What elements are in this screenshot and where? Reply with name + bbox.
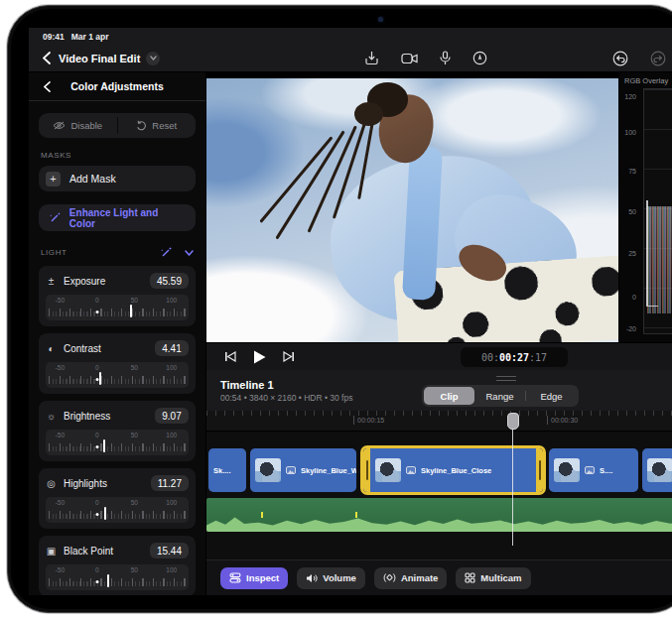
clip-thumbnail [554, 458, 580, 482]
timeline-footer: Inspect Volume Anima [206, 559, 672, 595]
black-point-slider: ▣ Black Point 15.44 -500 50100 [39, 536, 196, 595]
camera-icon[interactable] [401, 53, 418, 64]
add-mask-button[interactable]: + Add Mask [39, 166, 196, 191]
scope-chart [643, 88, 672, 334]
video-frame [206, 78, 618, 342]
timeline-clip[interactable]: Sk.... [208, 448, 246, 492]
photo-icon [286, 466, 296, 474]
mode-edge[interactable]: Edge [526, 387, 577, 405]
brightness-ruler[interactable]: -500 50100 [46, 430, 189, 455]
skip-back-button[interactable] [224, 351, 236, 362]
disable-button[interactable]: Disable [39, 113, 117, 138]
enhance-label: Enhance Light and Color [69, 207, 186, 229]
reset-label: Reset [152, 120, 177, 131]
skip-forward-button[interactable] [283, 351, 295, 362]
slider-handle[interactable] [104, 507, 106, 520]
multicam-button[interactable]: Multicam [456, 567, 530, 589]
slider-handle[interactable] [99, 372, 101, 385]
playhead-handle[interactable] [507, 413, 519, 430]
animate-button[interactable]: Animate [374, 567, 447, 589]
disable-label: Disable [70, 120, 102, 131]
timeline-header: Timeline 1 00:54 • 3840 × 2160 • HDR • 3… [206, 370, 672, 411]
timecode-display[interactable]: 00:00:27:17 [461, 347, 568, 367]
project-menu-button[interactable] [146, 52, 160, 65]
ipad-device-frame: 09:41 Mar 1 apr Video Final Edit [7, 5, 672, 613]
black-point-value[interactable]: 15.44 [150, 543, 189, 559]
magic-wand-icon [49, 211, 62, 224]
slider-handle[interactable] [107, 574, 109, 587]
photo-icon [585, 466, 595, 474]
play-button[interactable] [253, 350, 266, 364]
timeline-tracks-area[interactable]: 00:00:15 00:00:30 Sk.... Skyline_Blue_Wi… [206, 411, 672, 559]
contrast-ruler[interactable]: -500 50100 [46, 362, 189, 388]
collapse-chevron-icon[interactable] [185, 250, 194, 256]
app-toolbar: Video Final Edit [29, 45, 672, 72]
slider-handle[interactable] [103, 439, 105, 452]
back-button[interactable] [39, 51, 55, 66]
brightness-value[interactable]: 9.07 [155, 408, 189, 424]
timeline-clip[interactable] [642, 448, 672, 492]
annotate-icon[interactable] [472, 51, 487, 65]
light-section-label: LIGHT [41, 248, 160, 257]
scope-title: RGB Overlay [624, 76, 668, 85]
masks-section-label: MASKS [41, 151, 196, 160]
highlights-slider: ◎ Highlights 11.27 -500 50100 [39, 468, 196, 529]
photo-icon [406, 466, 416, 474]
front-camera [378, 17, 383, 22]
disable-reset-group: Disable Reset [39, 113, 196, 138]
exposure-value[interactable]: 45.59 [150, 273, 189, 289]
highlights-value[interactable]: 11.27 [151, 475, 189, 491]
timeline-ruler[interactable]: 00:00:15 00:00:30 [206, 411, 672, 432]
black-point-ruler[interactable]: -500 50100 [46, 564, 189, 590]
timeline-drag-handle[interactable] [496, 376, 516, 381]
rgb-overlay-scope: RGB Overlay 120 100 75 50 25 0 [618, 72, 672, 342]
mode-clip[interactable]: Clip [424, 387, 474, 405]
ruler-label: 00:00:15 [353, 416, 384, 425]
enhance-light-color-button[interactable]: Enhance Light and Color [39, 204, 196, 231]
slider-handle[interactable] [130, 305, 132, 317]
auto-enhance-icon[interactable] [160, 246, 173, 259]
audio-waveform [206, 516, 672, 532]
video-subject [206, 78, 618, 342]
edit-mode-segmented-control: Clip Range Edge [422, 385, 579, 407]
plus-icon: + [46, 172, 61, 186]
playhead[interactable] [512, 413, 513, 546]
speaker-icon [306, 573, 318, 583]
color-adjustments-panel: Color Adjustments Disable [29, 72, 206, 595]
panel-back-button[interactable] [39, 78, 55, 94]
highlights-icon: ◎ [46, 478, 57, 489]
timeline-clip-selected[interactable]: Skyline_Blue_Close [363, 448, 543, 492]
contrast-value[interactable]: 4.41 [155, 340, 189, 356]
timeline-clip[interactable]: S.... [549, 448, 638, 492]
exposure-ruler[interactable]: -500 50100 [46, 295, 189, 320]
inspect-button[interactable]: Inspect [220, 567, 288, 589]
highlights-ruler[interactable]: -500 50100 [46, 497, 189, 523]
video-track: Sk.... Skyline_Blue_Wide Skyline_Blue_Cl… [206, 448, 672, 492]
reset-icon [136, 120, 147, 131]
contrast-icon: ◐ [46, 343, 57, 354]
mode-range[interactable]: Range [474, 387, 525, 405]
inspect-icon [229, 572, 241, 583]
redo-icon[interactable] [650, 51, 666, 66]
volume-button[interactable]: Volume [297, 567, 365, 589]
ruler-label: 00:00:30 [547, 416, 578, 425]
audio-track[interactable] [206, 498, 672, 532]
clip-thumbnail [375, 458, 401, 482]
eye-off-icon [53, 121, 66, 130]
undo-icon[interactable] [612, 51, 628, 66]
trim-handle-right[interactable] [536, 448, 543, 492]
reset-button[interactable]: Reset [118, 113, 197, 138]
black-point-icon: ▣ [46, 546, 57, 557]
exposure-slider: ± Exposure 45.59 -500 50100 [39, 266, 196, 326]
project-title: Video Final Edit [59, 53, 140, 64]
keyframe-icon [383, 572, 396, 583]
import-icon[interactable] [364, 51, 379, 65]
microphone-icon[interactable] [440, 51, 451, 65]
video-preview[interactable] [206, 72, 618, 342]
timeline-clip[interactable]: Skyline_Blue_Wide [250, 448, 356, 492]
rgb-waveform [647, 206, 672, 313]
trim-handle-left[interactable] [363, 448, 370, 492]
panel-title: Color Adjustments [29, 80, 205, 92]
screen: 09:41 Mar 1 apr Video Final Edit [29, 28, 672, 595]
brightness-icon: ☼ [46, 411, 57, 422]
